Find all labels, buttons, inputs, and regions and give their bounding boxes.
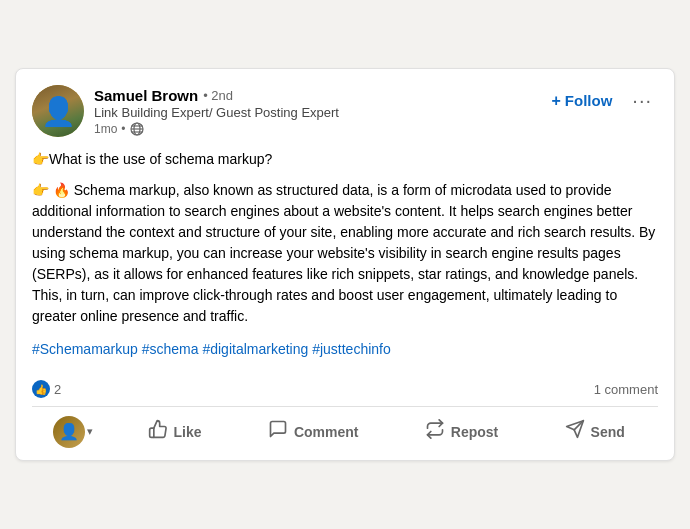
follow-button[interactable]: + Follow: [545, 88, 618, 114]
plus-icon: +: [551, 92, 560, 110]
comment-icon: [268, 419, 288, 444]
header-actions: + Follow ···: [545, 85, 658, 116]
likes-section: 👍 2: [32, 380, 61, 398]
avatar-image: [32, 85, 84, 137]
like-label: Like: [174, 424, 202, 440]
post-headline: 👉What is the use of schema markup?: [32, 149, 658, 170]
user-avatar-small[interactable]: 👤: [53, 416, 85, 448]
like-button[interactable]: Like: [136, 411, 214, 452]
post-meta: 1mo •: [94, 122, 339, 136]
likes-count[interactable]: 2: [54, 382, 61, 397]
hashtags[interactable]: #Schemamarkup #schema #digitalmarketing …: [32, 339, 658, 360]
post-body: 👉 🔥 Schema markup, also known as structu…: [32, 180, 658, 327]
avatar-action-group: 👤 ▾: [53, 416, 93, 448]
send-button[interactable]: Send: [553, 411, 637, 452]
post-time: 1mo: [94, 122, 117, 136]
more-icon: ···: [632, 89, 652, 111]
user-name[interactable]: Samuel Brown: [94, 87, 198, 104]
post-content: 👉What is the use of schema markup? 👉 🔥 S…: [32, 149, 658, 327]
repost-button[interactable]: Repost: [413, 411, 510, 452]
comment-button[interactable]: Comment: [256, 411, 371, 452]
user-details: Samuel Brown • 2nd Link Building Expert/…: [94, 87, 339, 136]
send-label: Send: [591, 424, 625, 440]
follow-label: Follow: [565, 92, 613, 109]
name-row: Samuel Brown • 2nd: [94, 87, 339, 104]
user-title: Link Building Expert/ Guest Posting Expe…: [94, 105, 339, 120]
comment-label: Comment: [294, 424, 359, 440]
globe-icon: [130, 122, 144, 136]
separator: •: [121, 122, 125, 136]
engagement-stats: 👍 2 1 comment: [32, 372, 658, 407]
avatar[interactable]: [32, 85, 84, 137]
like-reaction-icon: 👍: [32, 380, 50, 398]
post-card: Samuel Brown • 2nd Link Building Expert/…: [15, 68, 675, 461]
user-info-section: Samuel Brown • 2nd Link Building Expert/…: [32, 85, 339, 137]
repost-label: Repost: [451, 424, 498, 440]
avatar-dropdown-arrow[interactable]: ▾: [87, 425, 93, 438]
comments-count[interactable]: 1 comment: [594, 382, 658, 397]
post-header: Samuel Brown • 2nd Link Building Expert/…: [32, 85, 658, 137]
more-options-button[interactable]: ···: [626, 85, 658, 116]
connection-degree: • 2nd: [203, 88, 233, 103]
post-actions: 👤 ▾ Like Comment: [32, 407, 658, 460]
send-icon: [565, 419, 585, 444]
like-icon: [148, 419, 168, 444]
repost-icon: [425, 419, 445, 444]
